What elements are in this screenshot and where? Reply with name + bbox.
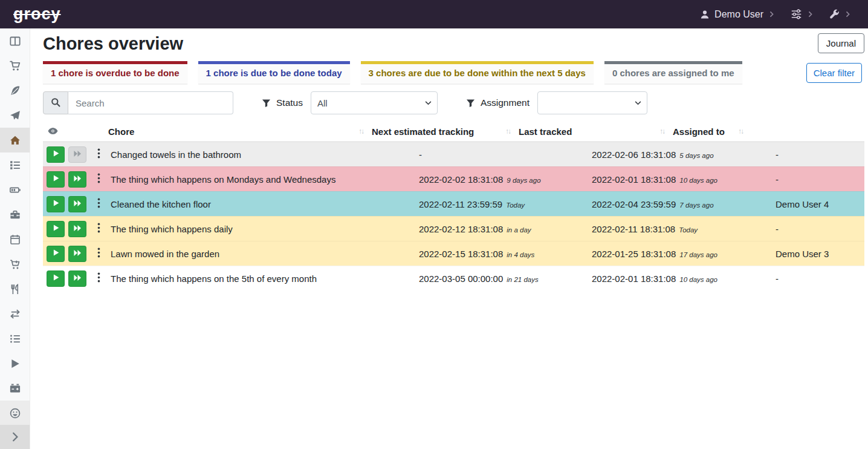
column-header-next-tracking[interactable]: Next estimated tracking↑↓: [372, 126, 519, 137]
sidebar-item-list[interactable]: [0, 326, 30, 351]
sidebar-item-list-check[interactable]: [0, 152, 30, 177]
chore-name: The thing which happens on the 5th of ev…: [108, 274, 419, 284]
sidebar-item-calendar[interactable]: [0, 227, 30, 252]
column-header-assigned-to[interactable]: Assigned to↑↓: [673, 126, 751, 137]
grocy-logo[interactable]: grocy: [13, 5, 61, 24]
next-tracking-relative: in 21 days: [507, 276, 538, 283]
column-header-last-tracked[interactable]: Last tracked↑↓: [519, 126, 673, 137]
user-icon: [700, 10, 710, 19]
row-menu-button[interactable]: [92, 246, 105, 262]
status-select[interactable]: All: [311, 91, 438, 114]
row-menu-button[interactable]: [92, 196, 105, 212]
track-execution-button[interactable]: [47, 270, 65, 287]
navbar-right: Demo User: [700, 8, 851, 20]
sidebar-item-home[interactable]: [0, 128, 30, 152]
sidebar-item-battery[interactable]: [0, 177, 30, 202]
sidebar-item-cart-plus[interactable]: [0, 252, 30, 277]
skip-execution-button[interactable]: [68, 246, 86, 262]
list-icon: [10, 333, 21, 344]
sidebar-item-shopping-cart[interactable]: [0, 53, 30, 78]
status-card-due-soon[interactable]: 3 chores are due to be done within the n…: [361, 61, 594, 84]
status-filter-label: Status: [254, 91, 311, 114]
assignment-filter-label: Assignment: [458, 91, 537, 114]
last-tracked-relative: Today: [679, 226, 698, 234]
sidebar-item-feather[interactable]: [0, 78, 30, 103]
chore-name: Changed towels in the bathroom: [108, 149, 419, 160]
list-check-icon: [10, 160, 21, 171]
status-card-overdue[interactable]: 1 chore is overdue to be done: [43, 61, 187, 84]
search-icon: [51, 97, 60, 109]
exchange-icon: [10, 309, 21, 320]
sidebar-item-car-battery[interactable]: [0, 376, 30, 401]
sidebar-item-smiley[interactable]: [0, 401, 30, 425]
assigned-to: Demo User 3: [776, 249, 864, 259]
sliders-icon: [791, 8, 802, 20]
calendar-icon: [10, 234, 21, 245]
last-tracked-time: 2022-01-25 18:31:08: [592, 249, 676, 259]
skip-execution-button[interactable]: [68, 270, 86, 287]
status-card-due-today[interactable]: 1 chore is due to be done today: [198, 61, 350, 84]
journal-button[interactable]: Journal: [818, 33, 864, 53]
track-execution-button[interactable]: [47, 171, 65, 188]
status-filter: Status All: [254, 91, 438, 114]
sidebar-item-table-columns[interactable]: [0, 28, 30, 53]
vertical-ellipsis-icon: [97, 173, 100, 185]
row-menu-button[interactable]: [92, 221, 105, 237]
column-header-chore[interactable]: Chore↑↓: [108, 126, 372, 137]
assignment-filter: Assignment: [458, 91, 647, 114]
assignment-select[interactable]: [537, 91, 647, 114]
track-execution-button[interactable]: [47, 146, 65, 163]
skip-execution-button[interactable]: [68, 196, 86, 212]
vertical-ellipsis-icon: [97, 272, 100, 284]
play-icon: [10, 358, 21, 369]
car-battery-icon: [10, 383, 21, 394]
filter-icon: [262, 99, 271, 108]
table-row: Lawn mowed in the garden 2022-02-15 18:3…: [43, 241, 864, 266]
last-tracked-time: 2022-02-06 18:31:08: [592, 149, 676, 160]
admin-menu[interactable]: [829, 9, 851, 19]
track-execution-button[interactable]: [47, 221, 65, 237]
next-tracking-time: 2022-03-05 00:00:00: [419, 274, 503, 284]
sidebar-item-toolbox[interactable]: [0, 202, 30, 227]
skip-execution-button[interactable]: [68, 171, 86, 188]
track-execution-button[interactable]: [47, 246, 65, 262]
track-execution-button[interactable]: [47, 196, 65, 212]
search-input[interactable]: [68, 91, 233, 114]
fast-forward-icon: [73, 175, 82, 184]
last-tracked-relative: 10 days ago: [679, 276, 717, 283]
row-menu-button[interactable]: [92, 146, 105, 163]
play-icon: [52, 174, 60, 184]
table-row: The thing which happens on Mondays and W…: [43, 166, 864, 191]
row-menu-button[interactable]: [92, 171, 105, 188]
toolbox-icon: [10, 209, 21, 220]
sidebar-item-chevron-right[interactable]: [0, 425, 30, 449]
sidebar-item-play[interactable]: [0, 351, 30, 376]
user-menu[interactable]: Demo User: [700, 9, 775, 20]
chevron-right-icon: [807, 11, 814, 18]
skip-execution-button[interactable]: [68, 221, 86, 237]
clear-filter-button[interactable]: Clear filter: [806, 63, 862, 83]
status-card-assigned[interactable]: 0 chores are assigned to me: [604, 61, 742, 84]
table-body: Changed towels in the bathroom - 2022-02…: [43, 141, 864, 290]
fast-forward-icon: [73, 249, 82, 258]
settings-menu[interactable]: [791, 8, 814, 20]
chore-name: Cleaned the kitchen floor: [108, 199, 419, 209]
play-icon: [52, 149, 60, 159]
fast-forward-icon: [73, 150, 82, 159]
eye-icon: [48, 126, 58, 137]
chevron-right-icon: [10, 431, 21, 442]
filter-icon: [466, 99, 475, 108]
row-menu-button[interactable]: [92, 270, 105, 287]
play-icon: [52, 274, 60, 283]
search-button[interactable]: [43, 91, 68, 114]
sidebar-item-utensils[interactable]: [0, 277, 30, 301]
vertical-ellipsis-icon: [97, 247, 100, 260]
assigned-to: -: [776, 224, 864, 234]
last-tracked-time: 2022-02-01 18:31:08: [592, 274, 676, 284]
last-tracked-relative: 5 days ago: [679, 152, 713, 159]
sidebar-item-paper-plane[interactable]: [0, 103, 30, 128]
sidebar-item-exchange[interactable]: [0, 301, 30, 326]
user-label: Demo User: [714, 9, 763, 20]
play-icon: [52, 199, 60, 209]
next-tracking-relative: 9 days ago: [507, 177, 540, 184]
